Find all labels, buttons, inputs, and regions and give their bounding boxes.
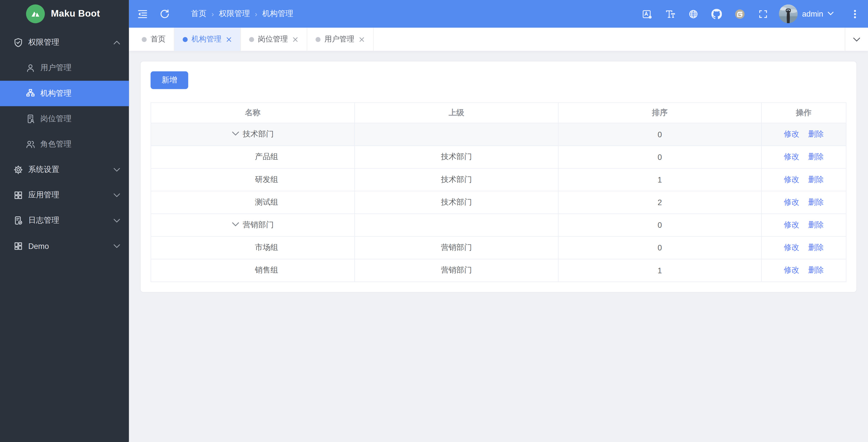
close-icon[interactable] (358, 36, 365, 42)
name-cell: 技术部门 (151, 123, 354, 145)
actions-cell: 修改删除 (761, 259, 846, 282)
edit-link[interactable]: 修改 (784, 266, 799, 274)
gitee-icon[interactable] (735, 8, 746, 20)
close-icon[interactable] (292, 36, 298, 42)
org-name: 测试组 (255, 197, 278, 206)
delete-link[interactable]: 删除 (808, 266, 824, 274)
sidebar: Maku Boot 权限管理 用户管理 机构管理 岗位管理 角色管理 系统设置 … (0, 0, 129, 442)
collapse-sidebar-icon[interactable] (137, 8, 148, 20)
edit-link[interactable]: 修改 (784, 243, 799, 252)
sidebar-item[interactable]: 权限管理 (0, 30, 129, 55)
table-row: 销售组 营销部门 1 修改删除 (151, 259, 846, 282)
delete-link[interactable]: 删除 (808, 152, 824, 161)
tab-item[interactable]: 用户管理 (307, 28, 374, 51)
sidebar-item-label: 用户管理 (40, 63, 120, 73)
sort-cell: 2 (558, 191, 761, 214)
breadcrumb: 首页›权限管理›机构管理 (191, 9, 293, 19)
avatar (779, 4, 798, 23)
sidebar-item-label: 岗位管理 (40, 114, 120, 124)
user-menu[interactable]: admin (779, 4, 834, 23)
breadcrumb-separator: › (211, 9, 214, 18)
edit-link[interactable]: 修改 (784, 197, 799, 206)
org-name: 营销部门 (243, 220, 274, 229)
sidebar-item[interactable]: 日志管理 (0, 208, 129, 233)
tab-label: 机构管理 (191, 34, 221, 44)
chevron-down-icon (114, 217, 120, 224)
sort-cell: 0 (558, 123, 761, 145)
column-header: 上级 (354, 103, 558, 123)
delete-link[interactable]: 删除 (808, 130, 824, 138)
sidebar-item[interactable]: Demo (0, 233, 129, 259)
edit-link[interactable]: 修改 (784, 175, 799, 183)
edit-link[interactable]: 修改 (784, 152, 799, 161)
sidebar-item[interactable]: 机构管理 (0, 81, 129, 106)
sidebar-item-label: 机构管理 (40, 89, 120, 99)
log-doc-icon (13, 216, 23, 226)
add-button[interactable]: 新增 (151, 71, 188, 89)
top-header: 首页›权限管理›机构管理 (129, 0, 868, 28)
demo-grid-icon (13, 241, 23, 251)
sidebar-item[interactable]: 系统设置 (0, 157, 129, 182)
sidebar-item[interactable]: 角色管理 (0, 132, 129, 157)
parent-cell: 营销部门 (354, 259, 558, 282)
name-cell: 研发组 (151, 168, 354, 191)
delete-link[interactable]: 删除 (808, 243, 824, 252)
name-cell: 测试组 (151, 191, 354, 214)
tab-status-dot (142, 37, 147, 42)
tab-item[interactable]: 岗位管理 (241, 28, 307, 51)
page-content: 新增 名称上级排序操作 技术部门 0 修改删除 产品组 技术部门 0 修改删除 … (129, 52, 868, 442)
breadcrumb-item[interactable]: 机构管理 (262, 9, 293, 19)
org-name: 市场组 (255, 243, 278, 252)
sidebar-item-label: Demo (28, 242, 114, 250)
tabs-dropdown-button[interactable] (845, 28, 868, 51)
column-header: 操作 (761, 103, 846, 123)
sidebar-item-label: 角色管理 (40, 139, 120, 149)
expand-chevron-icon[interactable] (232, 221, 239, 228)
tab-label: 首页 (151, 34, 165, 44)
parent-cell: 营销部门 (354, 236, 558, 259)
tab-item[interactable]: 首页 (133, 28, 175, 51)
name-cell: 市场组 (151, 236, 354, 259)
edit-link[interactable]: 修改 (784, 220, 799, 229)
sidebar-item[interactable]: 应用管理 (0, 182, 129, 208)
github-icon[interactable] (711, 8, 722, 20)
sidebar-item[interactable]: 岗位管理 (0, 106, 129, 132)
chevron-down-icon (114, 192, 120, 198)
breadcrumb-separator: › (255, 9, 257, 18)
table-row: 产品组 技术部门 0 修改删除 (151, 146, 846, 168)
expand-chevron-icon[interactable] (232, 130, 239, 137)
tab-label: 岗位管理 (258, 34, 288, 44)
user-name: admin (802, 9, 823, 18)
user-icon (25, 63, 35, 73)
table-row: 营销部门 0 修改删除 (151, 214, 846, 236)
refresh-icon[interactable] (159, 8, 170, 20)
breadcrumb-item[interactable]: 首页 (191, 9, 207, 19)
chevron-down-icon (828, 9, 834, 19)
delete-link[interactable]: 删除 (808, 220, 824, 229)
roles-icon (25, 139, 35, 149)
chevron-up-icon (114, 39, 120, 46)
sort-cell: 0 (558, 236, 761, 259)
tab-active[interactable]: 机构管理 (175, 28, 241, 51)
globe-icon[interactable] (688, 8, 699, 20)
actions-cell: 修改删除 (761, 146, 846, 168)
content-card: 新增 名称上级排序操作 技术部门 0 修改删除 产品组 技术部门 0 修改删除 … (140, 61, 857, 293)
org-name: 销售组 (255, 266, 278, 274)
sidebar-item-label: 应用管理 (28, 190, 114, 200)
app-logo: Maku Boot (0, 0, 129, 28)
edit-link[interactable]: 修改 (784, 130, 799, 138)
fullscreen-icon[interactable] (758, 8, 769, 20)
close-icon[interactable] (225, 36, 232, 42)
app-window: Maku Boot 权限管理 用户管理 机构管理 岗位管理 角色管理 系统设置 … (0, 0, 868, 442)
sidebar-item[interactable]: 用户管理 (0, 55, 129, 81)
delete-link[interactable]: 删除 (808, 197, 824, 206)
font-size-icon[interactable] (665, 8, 676, 20)
tab-status-dot (316, 37, 321, 42)
actions-cell: 修改删除 (761, 214, 846, 236)
kebab-menu-icon[interactable] (849, 8, 860, 20)
tab-status-dot (249, 37, 254, 42)
translate-icon[interactable] (642, 8, 653, 20)
delete-link[interactable]: 删除 (808, 175, 824, 183)
breadcrumb-item[interactable]: 权限管理 (219, 9, 250, 19)
header-left: 首页›权限管理›机构管理 (137, 8, 293, 20)
